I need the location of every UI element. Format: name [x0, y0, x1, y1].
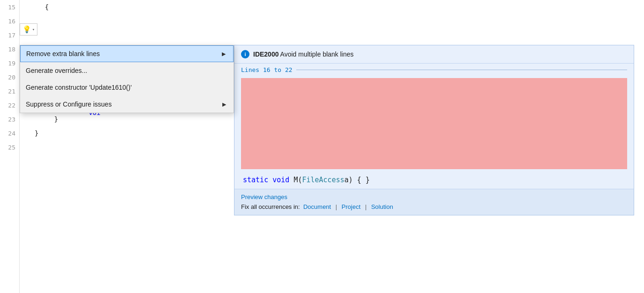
- code-line-16: [29, 14, 644, 28]
- preview-code-area: [234, 78, 634, 169]
- lines-label: Lines 16 to 22: [234, 64, 634, 76]
- fix-solution-link[interactable]: Solution: [371, 203, 393, 210]
- removed-lines-block: [241, 78, 627, 169]
- menu-item-label-remove-blank-lines: Remove extra blank lines: [26, 50, 222, 57]
- lightbulb-icon: 💡: [22, 25, 31, 34]
- editor-area: 15 16 17 18 19 20 21 22 23 24 25 { stati…: [0, 0, 644, 293]
- line-num-16: 16: [0, 14, 19, 28]
- line-num-17: 17: [0, 28, 19, 42]
- separator-1: |: [336, 203, 337, 210]
- preview-param: a) { }: [344, 176, 370, 184]
- menu-item-generate-constructor[interactable]: Generate constructor 'Update1610()': [20, 79, 234, 96]
- menu-item-suppress-configure[interactable]: Suppress or Configure issues ▶: [20, 96, 234, 113]
- line-num-24: 24: [0, 126, 19, 140]
- line-numbers: 15 16 17 18 19 20 21 22 23 24 25: [0, 0, 20, 293]
- menu-arrow-suppress-configure: ▶: [222, 101, 226, 107]
- line-num-22: 22: [0, 98, 19, 112]
- line-num-19: 19: [0, 56, 19, 70]
- dropdown-arrow-icon: ▾: [32, 27, 35, 32]
- fix-document-link[interactable]: Document: [303, 203, 331, 210]
- preview-type-fileaccess: FileAccess: [302, 176, 344, 184]
- lightbulb-button[interactable]: 💡 ▾: [20, 23, 37, 36]
- preview-title: IDE2000 Avoid multiple blank lines: [253, 50, 354, 58]
- preview-changes-link[interactable]: Preview changes: [241, 193, 287, 200]
- preview-title-text: Avoid multiple blank lines: [278, 50, 353, 58]
- preview-title-code: IDE2000: [253, 50, 278, 58]
- line-num-23: 23: [0, 112, 19, 126]
- line-num-25: 25: [0, 140, 19, 154]
- preview-code-line: static void M(FileAccess a) { }: [234, 171, 634, 189]
- line-num-18: 18: [0, 42, 19, 56]
- code-line-17: [29, 28, 644, 42]
- fix-prefix: Fix all occurrences in:: [241, 203, 300, 210]
- line-num-15: 15: [0, 0, 19, 14]
- preview-method-name: M(: [293, 176, 302, 184]
- lines-label-text: Lines 16 to 22: [241, 66, 293, 73]
- info-icon: i: [241, 50, 249, 58]
- context-menu: Remove extra blank lines ▶ Generate over…: [20, 45, 234, 113]
- preview-header: i IDE2000 Avoid multiple blank lines: [234, 45, 634, 64]
- line-num-20: 20: [0, 70, 19, 84]
- menu-item-label-suppress-configure: Suppress or Configure issues: [26, 100, 222, 108]
- lines-separator: [296, 70, 627, 70]
- menu-arrow-remove-blank-lines: ▶: [222, 51, 226, 57]
- line-num-21: 21: [0, 84, 19, 98]
- menu-item-label-generate-overrides: Generate overrides...: [26, 67, 226, 74]
- fix-project-link[interactable]: Project: [342, 203, 360, 210]
- separator-2: |: [365, 203, 366, 210]
- preview-panel: i IDE2000 Avoid multiple blank lines Lin…: [234, 45, 634, 215]
- code-line-15: {: [29, 0, 644, 14]
- code-content-15: {: [29, 3, 49, 11]
- menu-item-label-generate-constructor: Generate constructor 'Update1610()': [26, 84, 226, 91]
- preview-footer: Preview changes Fix all occurrences in: …: [234, 189, 634, 215]
- menu-item-remove-blank-lines[interactable]: Remove extra blank lines ▶: [20, 45, 234, 62]
- preview-kw-static: static: [243, 176, 268, 184]
- preview-kw-void: void: [272, 176, 289, 184]
- menu-item-generate-overrides[interactable]: Generate overrides...: [20, 62, 234, 79]
- fix-line: Fix all occurrences in: Document | Proje…: [241, 203, 627, 210]
